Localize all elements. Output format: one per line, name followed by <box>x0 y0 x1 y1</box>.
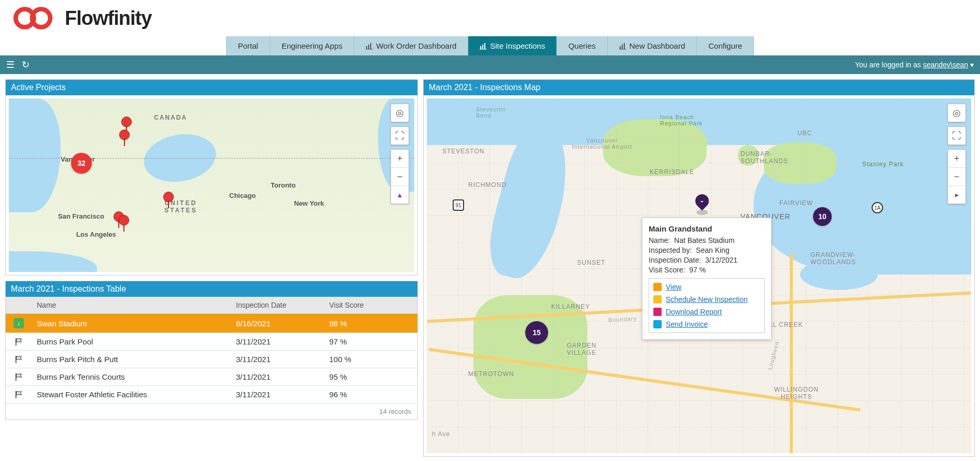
panel-title: March 2021 - Inspections Table <box>6 281 417 297</box>
map-inspections[interactable]: 91 1A STEVESTON RICHMOND SUNSET KILLARNE… <box>427 98 971 453</box>
menu-icon[interactable]: ☰ <box>6 59 15 70</box>
svg-rect-8 <box>484 43 485 49</box>
map-compass-icon[interactable]: ▸ <box>948 186 965 204</box>
svg-rect-2 <box>366 46 367 49</box>
tab-work-order-dashboard[interactable]: Work Order Dashboard <box>354 36 468 55</box>
main-tabs: Portal Engineering Apps Work Order Dashb… <box>0 36 980 55</box>
tab-portal[interactable]: Portal <box>226 36 270 55</box>
map-zoom-out-icon[interactable]: − <box>948 168 965 185</box>
tab-engineering-apps[interactable]: Engineering Apps <box>270 36 355 55</box>
map-locate-icon[interactable]: ◎ <box>391 104 409 122</box>
clipboard-icon <box>653 283 662 291</box>
map-city: Los Angeles <box>76 230 116 238</box>
app-header: Flowfinity <box>0 0 980 36</box>
svg-rect-6 <box>480 46 481 49</box>
cell-score: 98 % <box>324 315 417 332</box>
cell-name: Swan Stadium <box>32 315 231 332</box>
cell-date: 3/11/2021 <box>231 386 324 403</box>
table-row[interactable]: Stewart Foster Athletic Facilities3/11/2… <box>6 386 417 404</box>
map-cluster[interactable]: 10 <box>813 207 832 226</box>
map-pin[interactable] <box>119 215 129 225</box>
tab-configure[interactable]: Configure <box>697 36 754 55</box>
download-icon <box>653 308 662 316</box>
map-label-canada: CANADA <box>154 114 187 121</box>
cell-date: 6/16/2021 <box>231 315 324 332</box>
refresh-icon[interactable]: ↻ <box>22 59 30 70</box>
col-score[interactable]: Visit Score <box>324 297 417 313</box>
col-name[interactable]: Name <box>32 297 231 313</box>
cell-name: Burns Park Tennis Courts <box>32 368 231 385</box>
popup-action-send[interactable]: Send Invoice <box>649 318 764 330</box>
table-row[interactable]: Burns Park Tennis Courts3/11/202195 % <box>6 368 417 386</box>
map-city: New York <box>294 199 324 207</box>
edit-icon <box>653 295 662 304</box>
logo-icon <box>10 5 60 31</box>
svg-rect-10 <box>620 46 621 49</box>
tab-new-dashboard[interactable]: New Dashboard <box>608 36 697 55</box>
flag-icon <box>15 373 23 381</box>
svg-rect-11 <box>622 45 623 49</box>
flag-icon <box>15 391 23 399</box>
flag-icon <box>15 355 23 364</box>
map-pin[interactable] <box>163 192 174 202</box>
map-locate-icon[interactable]: ◎ <box>948 104 965 122</box>
map-popup: Main Grandstand Name: Nat Bates Stadium … <box>642 218 772 340</box>
panel-inspections-table: March 2021 - Inspections Table Name Insp… <box>5 281 418 420</box>
panel-title: March 2021 - Inspections Map <box>424 80 974 95</box>
map-zoom-in-icon[interactable]: + <box>391 150 409 167</box>
user-link[interactable]: seandev\sean <box>923 61 968 69</box>
cell-score: 100 % <box>324 351 417 368</box>
route-shield: 1A <box>872 202 883 213</box>
toolbar: ☰ ↻ You are logged in as seandev\sean ▾ <box>0 55 980 74</box>
svg-rect-3 <box>368 45 369 49</box>
map-fullscreen-icon[interactable]: ⛶ <box>391 127 409 145</box>
table-row[interactable]: ↓Swan Stadium6/16/202198 % <box>6 314 417 333</box>
cell-name: Stewart Foster Athletic Facilities <box>32 386 231 403</box>
map-city: San Francisco <box>58 212 104 220</box>
logo: Flowfinity <box>10 5 970 31</box>
popup-action-schedule[interactable]: Schedule New Inspection <box>649 293 764 306</box>
logo-text: Flowfinity <box>65 7 151 30</box>
table-row[interactable]: Burns Park Pool3/11/202197 % <box>6 333 417 351</box>
map-active-projects[interactable]: CANADA UNITED STATES Vancouver San Franc… <box>9 98 414 272</box>
panel-inspections-map: March 2021 - Inspections Map 91 1A <box>423 79 975 457</box>
map-pin[interactable] <box>121 117 132 127</box>
cell-name: Burns Park Pitch & Putt <box>32 351 231 368</box>
chart-icon <box>480 42 487 50</box>
chart-icon <box>366 42 373 50</box>
map-zoom-in-icon[interactable]: + <box>948 150 965 167</box>
svg-rect-4 <box>370 43 371 49</box>
download-arrow-icon: ↓ <box>13 318 24 328</box>
table-footer: 14 records <box>6 404 417 420</box>
route-shield: 91 <box>453 199 464 211</box>
envelope-icon <box>653 320 662 328</box>
map-city: Toronto <box>271 181 296 189</box>
cell-score: 95 % <box>324 368 417 385</box>
cell-score: 96 % <box>324 386 417 403</box>
popup-action-view[interactable]: View <box>649 281 764 293</box>
map-cluster[interactable]: 15 <box>525 321 548 344</box>
map-fullscreen-icon[interactable]: ⛶ <box>948 127 965 145</box>
inspections-table: Name Inspection Date Visit Score ↓Swan S… <box>6 297 417 420</box>
svg-rect-7 <box>482 45 483 49</box>
table-header: Name Inspection Date Visit Score <box>6 297 417 314</box>
tab-site-inspections[interactable]: Site Inspections <box>468 36 557 55</box>
col-date[interactable]: Inspection Date <box>231 297 324 313</box>
popup-action-download[interactable]: Download Report <box>649 306 764 318</box>
panel-title: Active Projects <box>6 80 417 95</box>
popup-title: Main Grandstand <box>649 224 765 233</box>
map-compass-icon[interactable]: ▲ <box>391 186 409 204</box>
dashboard: Active Projects CANADA UNITED STATES Van… <box>0 74 980 461</box>
map-cluster[interactable]: 32 <box>71 153 92 174</box>
cell-name: Burns Park Pool <box>32 333 231 350</box>
svg-rect-12 <box>624 43 625 49</box>
map-zoom-out-icon[interactable]: − <box>391 168 409 185</box>
table-row[interactable]: Burns Park Pitch & Putt3/11/2021100 % <box>6 351 417 368</box>
cell-score: 97 % <box>324 333 417 350</box>
tab-queries[interactable]: Queries <box>557 36 608 55</box>
panel-active-projects: Active Projects CANADA UNITED STATES Van… <box>5 79 418 276</box>
chevron-down-icon[interactable]: ▾ <box>970 61 974 69</box>
map-pin[interactable] <box>119 129 130 140</box>
cell-date: 3/11/2021 <box>231 368 324 385</box>
cell-date: 3/11/2021 <box>231 333 324 350</box>
